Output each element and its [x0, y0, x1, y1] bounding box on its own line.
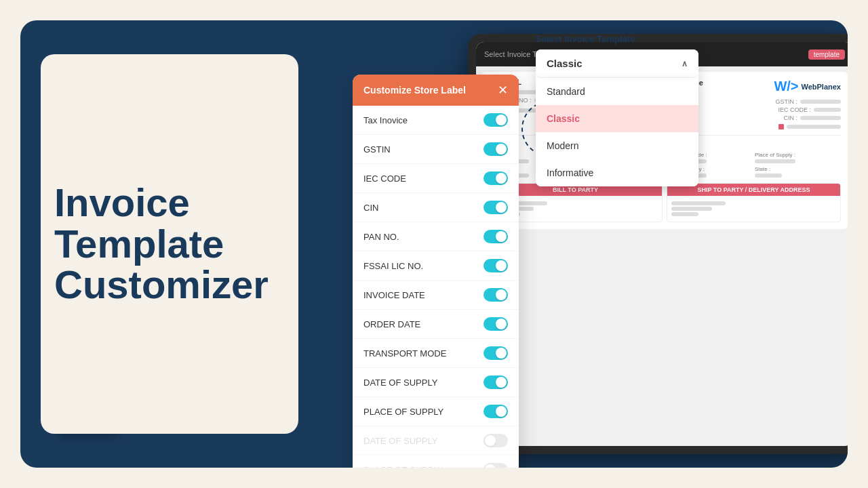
customize-item: PLACE OF SUPPLY [353, 397, 519, 426]
page-background: Invoice Template Customizer GST INDIA Se… [0, 0, 868, 488]
state-field: State : [755, 166, 841, 178]
customize-item-label: GSTIN [363, 144, 391, 155]
page-title: Invoice Template Customizer [54, 182, 285, 306]
customize-item-label: IEC CODE [363, 174, 406, 184]
place-field: Place of Supply : [755, 152, 841, 163]
select-template-area: Select Invoice Template Classic ∧ Standa… [536, 34, 698, 186]
toggle-switch[interactable] [484, 142, 508, 156]
left-panel: Invoice Template Customizer [20, 142, 319, 347]
toggle-switch[interactable] [484, 405, 508, 418]
customize-panel-body: Tax InoviceGSTINIEC CODECINPAN NO.FSSAI … [353, 106, 519, 468]
toggle-switch[interactable] [484, 375, 508, 389]
dropdown-option[interactable]: Modern [536, 132, 698, 159]
customize-item-label: INVOICE DATE [363, 290, 425, 300]
chevron-up-icon: ∧ [682, 59, 688, 68]
main-card: Invoice Template Customizer GST INDIA Se… [20, 20, 848, 468]
customize-item: DATE OF SUPPLY [353, 368, 519, 397]
dropdown-selected-value[interactable]: Classic ∧ [536, 49, 698, 78]
customize-item-dimmed: DATE OF SUPPLY [353, 426, 519, 455]
customize-item: CIN [353, 193, 519, 222]
right-area: Select Invoice Template Classic ∧ Standa… [319, 20, 848, 468]
customize-item-label: DATE OF SUPPLY [363, 436, 437, 446]
toggle-switch[interactable] [484, 230, 508, 243]
toggle-switch[interactable] [484, 171, 508, 185]
toggle-switch[interactable] [484, 346, 508, 360]
customize-item-label: TRANSPORT MODE [363, 348, 446, 359]
customize-item-dimmed: PLACE OF SUPPLY [353, 455, 519, 468]
dropdown-option[interactable]: Informative [536, 159, 698, 186]
customize-panel: Customize Store Label ✕ Tax InoviceGSTIN… [353, 75, 519, 468]
select-template-dropdown[interactable]: Classic ∧ StandardClassicModernInformati… [536, 49, 698, 186]
toggle-switch[interactable] [484, 201, 508, 214]
customize-item: Tax Inovice [353, 106, 519, 135]
toggle-switch[interactable] [484, 259, 508, 272]
customize-item-label: FSSAI LIC NO. [363, 261, 423, 271]
close-icon[interactable]: ✕ [498, 84, 508, 96]
customize-item: INVOICE DATE [353, 281, 519, 310]
customize-item-label: DATE OF SUPPLY [363, 378, 437, 388]
customize-item-label: CIN [363, 203, 378, 213]
tablet-topbar-button[interactable]: template [808, 49, 845, 60]
toggle-switch[interactable] [484, 317, 508, 331]
customize-item-label: PLACE OF SUPPLY [363, 407, 443, 417]
customize-item-label: PLACE OF SUPPLY [363, 465, 443, 468]
dropdown-options-list: StandardClassicModernInformative [536, 78, 698, 186]
customize-panel-header: Customize Store Label ✕ [353, 75, 519, 106]
customize-item: ORDER DATE [353, 310, 519, 339]
customize-item: GSTIN [353, 135, 519, 164]
customize-panel-title: Customize Store Label [363, 85, 466, 96]
bill-ship-section: BILL TO PARTY SHIP TO PARTY / DELIVERY A… [488, 183, 841, 222]
customize-item-label: PAN NO. [363, 232, 399, 242]
customize-item-label: Tax Inovice [363, 115, 408, 125]
select-template-label: Select Invoice Template [536, 34, 698, 44]
dropdown-option[interactable]: Classic [536, 105, 698, 132]
customize-item: PAN NO. [353, 222, 519, 251]
toggle-switch[interactable] [484, 463, 508, 468]
invoice-right-fields: W/> WebPlanex GSTIN : IEC CODE : [774, 79, 841, 129]
customize-item: IEC CODE [353, 164, 519, 193]
toggle-switch[interactable] [484, 434, 508, 447]
toggle-switch[interactable] [484, 113, 508, 127]
customize-item: FSSAI LIC NO. [353, 251, 519, 281]
customize-item-label: ORDER DATE [363, 319, 420, 329]
dropdown-option[interactable]: Standard [536, 78, 698, 105]
toggle-switch[interactable] [484, 288, 508, 302]
customize-item: TRANSPORT MODE [353, 339, 519, 368]
